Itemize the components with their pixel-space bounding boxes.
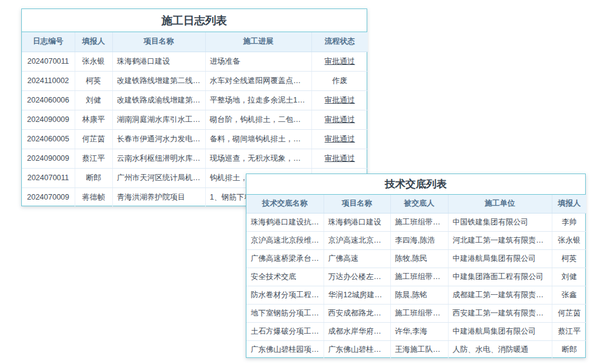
log-row: 2024090009林康平湖南洞庭湖水库引水工程...砌台阶，钩机排土，二包砌间… (22, 110, 368, 129)
disclosure-project-cell[interactable]: 珠海鹤港口建设 (324, 213, 390, 231)
disclosure-name-cell[interactable]: 珠海鹤港口建设抗浮... (246, 213, 324, 231)
disclosure-reporter-cell[interactable]: 断郎 (552, 340, 586, 359)
disclosure-reporter-cell[interactable]: 张永银 (552, 231, 586, 249)
disclosure-persons-cell: 陈晨,陈铭 (390, 286, 448, 304)
disclosure-project-cell[interactable]: 广东佛山碧桂园项目 (324, 340, 390, 359)
disclosure-col-unit: 施工单位 (448, 195, 552, 213)
log-col-progress: 施工进展 (205, 32, 311, 52)
disclosure-row: 京沪高速北京段维修...京沪高速北京段维修李四海,陈浩河北建工第一建筑有限责任公… (246, 231, 586, 249)
disclosure-reporter-cell[interactable]: 蔡江平 (552, 322, 586, 340)
log-reporter-cell[interactable]: 林康平 (75, 110, 112, 129)
log-row: 2024060005何芷茵长春市伊通河水力发电厂...备料，砌间墙钩机排土，瓦工… (22, 129, 368, 149)
log-id-cell[interactable]: 2024070009 (22, 187, 75, 207)
log-id-cell[interactable]: 2024070011 (22, 168, 75, 187)
log-project-cell[interactable]: 珠海鹤港口建设 (112, 52, 205, 71)
log-progress-cell: 进场准备 (205, 52, 311, 71)
disclosure-reporter-cell[interactable]: 柯英 (552, 249, 586, 268)
disclosure-name-cell[interactable]: 防水卷材分项工程施... (246, 286, 324, 304)
disclosure-col-name: 技术交底名称 (246, 195, 324, 213)
disclosure-name-cell[interactable]: 土石方爆破分项工程... (246, 322, 324, 340)
log-status-cell[interactable]: 审批通过 (311, 129, 368, 149)
disclosure-unit-cell: 中建港航局集团有限公司 (448, 322, 552, 340)
disclosure-project-cell[interactable]: 西安成都路龙湖上... (324, 304, 390, 322)
disclosure-name-cell[interactable]: 广佛高速桥梁承台施... (246, 249, 324, 268)
disclosure-persons-cell: 李四海,陈浩 (390, 231, 448, 249)
disclosure-project-cell[interactable]: 华润12城房建工... (324, 286, 390, 304)
disclosure-persons-cell: 许华,李海 (390, 322, 448, 340)
technical-disclosure-panel: 技术交底列表 技术交底名称 项目名称 被交底人 施工单位 填报人 珠海鹤港口建设… (246, 174, 586, 358)
log-progress-cell: 备料，砌间墙钩机排土，瓦工... (205, 129, 311, 149)
log-id-cell[interactable]: 2024070011 (22, 52, 75, 71)
disclosure-persons-cell: 施工班组带班... (390, 268, 448, 286)
disclosure-row: 土石方爆破分项工程...成都水岸华府名苑...许华,李海中建港航局集团有限公司蔡… (246, 322, 586, 340)
disclosure-row: 地下室钢筋分项工程...西安成都路龙湖上...施工班组带班...西安建工第一建筑… (246, 304, 586, 322)
disclosure-row: 安全技术交底万达办公楼左侧A...施工班组带班...中建集团路面工程有限公司刘健 (246, 268, 586, 286)
log-status-cell[interactable]: 审批通过 (311, 110, 368, 129)
disclosure-unit-cell: 成都建工第一建筑有限责任公司 (448, 286, 552, 304)
disclosure-table-header-row: 技术交底名称 项目名称 被交底人 施工单位 填报人 (246, 195, 586, 213)
log-project-cell[interactable]: 长春市伊通河水力发电厂... (112, 129, 205, 149)
log-project-cell[interactable]: 云南水利枢纽潜明水库一... (112, 149, 205, 168)
log-id-cell[interactable]: 2024090009 (22, 149, 75, 168)
log-project-cell[interactable]: 广州市天河区统计局机房... (112, 168, 205, 187)
log-status-cell[interactable]: 审批通过 (311, 90, 368, 110)
disclosure-persons-cell: 施工班组带班... (390, 304, 448, 322)
disclosure-row: 广佛高速桥梁承台施...广佛高速陈牧,陈民中建港航局集团有限公司柯英 (246, 249, 586, 268)
log-col-project: 项目名称 (112, 32, 205, 52)
disclosure-row: 广东佛山碧桂园项目...广东佛山碧桂园项目王海施工队全队...人防、水电、消防暖… (246, 340, 586, 359)
log-row: 2024090009蔡江平云南水利枢纽潜明水库一...现场巡查，无积水现象，水马… (22, 149, 368, 168)
disclosure-unit-cell: 中建集团路面工程有限公司 (448, 268, 552, 286)
log-panel-title: 施工日志列表 (22, 9, 367, 32)
log-reporter-cell[interactable]: 刘健 (75, 90, 112, 110)
log-status-cell[interactable]: 审批通过 (311, 149, 368, 168)
log-reporter-cell[interactable]: 蔡江平 (75, 149, 112, 168)
log-col-status: 流程状态 (311, 32, 368, 52)
disclosure-panel-title: 技术交底列表 (246, 174, 585, 195)
disclosure-project-cell[interactable]: 广佛高速 (324, 249, 390, 268)
log-project-cell[interactable]: 湖南洞庭湖水库引水工程... (112, 110, 205, 129)
disclosure-unit-cell: 河北建工第一建筑有限责任公司 (448, 231, 552, 249)
log-project-cell[interactable]: 青海洪湖养护院项目 (112, 187, 205, 207)
disclosure-name-cell[interactable]: 地下室钢筋分项工程... (246, 304, 324, 322)
log-id-cell[interactable]: 2024110002 (22, 71, 75, 90)
log-reporter-cell[interactable]: 何芷茵 (75, 129, 112, 149)
log-id-cell[interactable]: 2024060006 (22, 90, 75, 110)
disclosure-reporter-cell[interactable]: 李帅 (552, 213, 586, 231)
log-row: 2024110002柯英改建铁路线增建第二线直...水车对全线遮阳网覆盖点进行.… (22, 71, 368, 90)
log-project-cell[interactable]: 改建铁路线增建第二线直... (112, 71, 205, 90)
log-row: 2024070011张永银珠海鹤港口建设进场准备审批通过 (22, 52, 368, 71)
log-project-cell[interactable]: 改建铁路成渝线增建第二... (112, 90, 205, 110)
disclosure-name-cell[interactable]: 京沪高速北京段维修... (246, 231, 324, 249)
disclosure-project-cell[interactable]: 京沪高速北京段维修 (324, 231, 390, 249)
disclosure-persons-cell: 王海施工队全队... (390, 340, 448, 359)
disclosure-col-project: 项目名称 (324, 195, 390, 213)
disclosure-table: 技术交底名称 项目名称 被交底人 施工单位 填报人 珠海鹤港口建设抗浮...珠海… (246, 195, 586, 359)
log-id-cell[interactable]: 2024060005 (22, 129, 75, 149)
disclosure-col-reporter: 填报人 (552, 195, 586, 213)
log-progress-cell: 现场巡查，无积水现象，水马... (205, 149, 311, 168)
log-reporter-cell[interactable]: 断郎 (75, 168, 112, 187)
disclosure-col-persons: 被交底人 (390, 195, 448, 213)
disclosure-project-cell[interactable]: 成都水岸华府名苑... (324, 322, 390, 340)
disclosure-name-cell[interactable]: 广东佛山碧桂园项目... (246, 340, 324, 359)
disclosure-project-cell[interactable]: 万达办公楼左侧A... (324, 268, 390, 286)
log-reporter-cell[interactable]: 柯英 (75, 71, 112, 90)
disclosure-persons-cell: 施工班组带班... (390, 213, 448, 231)
log-reporter-cell[interactable]: 张永银 (75, 52, 112, 71)
log-table-header-row: 日志编号 填报人 项目名称 施工进展 流程状态 (22, 32, 368, 52)
log-reporter-cell[interactable]: 蒋德帧 (75, 187, 112, 207)
log-status-cell[interactable]: 作废 (311, 71, 368, 90)
disclosure-unit-cell: 中国铁建集团有限公司 (448, 213, 552, 231)
log-status-cell[interactable]: 审批通过 (311, 52, 368, 71)
disclosure-unit-cell: 西安建工第一建筑有限责任公司 (448, 304, 552, 322)
disclosure-unit-cell: 人防、水电、消防暖通 (448, 340, 552, 359)
log-id-cell[interactable]: 2024090009 (22, 110, 75, 129)
disclosure-reporter-cell[interactable]: 何芷茵 (552, 304, 586, 322)
log-progress-cell: 砌台阶，钩机排土，二包砌间... (205, 110, 311, 129)
disclosure-reporter-cell[interactable]: 刘健 (552, 268, 586, 286)
log-progress-cell: 水车对全线遮阳网覆盖点进行... (205, 71, 311, 90)
disclosure-reporter-cell[interactable]: 张鑫 (552, 286, 586, 304)
log-row: 2024060006刘健改建铁路成渝线增建第二...平整场地，拉走多余泥土15辆… (22, 90, 368, 110)
disclosure-name-cell[interactable]: 安全技术交底 (246, 268, 324, 286)
log-col-reporter: 填报人 (75, 32, 112, 52)
